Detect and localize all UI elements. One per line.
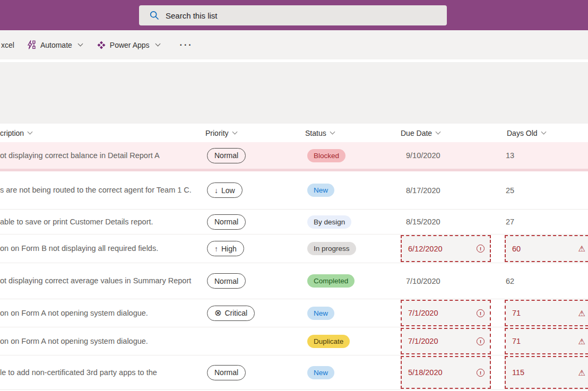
days-value: 71 [512, 309, 521, 317]
days-old-cell: 62 [505, 263, 588, 299]
due-date-cell: 6/12/2020! [400, 234, 505, 263]
days-value: 13 [505, 151, 514, 160]
blocked-circle-icon: ⊗ [214, 309, 221, 317]
command-bar: xcel Automate Power Apps ··· [0, 30, 588, 59]
due-date-cell: 8/17/2020 [400, 171, 505, 209]
days-old-cell: 115⚠ [505, 355, 588, 389]
due-value: 8/17/2020 [400, 186, 440, 195]
table-row[interactable]: on on Form B not displaying all required… [0, 234, 588, 263]
days-old-cell: 25 [505, 171, 588, 209]
column-header-status[interactable]: Status [304, 129, 400, 137]
priority-pill[interactable]: ⊗Critical [207, 306, 255, 321]
priority-pill[interactable]: ↓Low [207, 183, 243, 198]
power-apps-label: Power Apps [110, 41, 150, 49]
list-table: cription Priority Status Due Date Days O… [0, 124, 588, 390]
table-body: ot displaying correct balance in Detail … [0, 142, 588, 390]
description-cell: ot displaying correct average values in … [0, 263, 204, 299]
status-cell: Duplicate [304, 327, 400, 355]
ellipsis-icon: ··· [180, 40, 193, 50]
warning-triangle-icon: ⚠ [578, 369, 585, 377]
priority-pill[interactable]: Normal [207, 148, 246, 163]
priority-pill[interactable]: Normal [207, 273, 246, 289]
description-cell: on on Form A not opening system dialogue… [0, 299, 204, 327]
table-row[interactable]: le to add non-certificated 3rd party app… [0, 355, 588, 390]
priority-cell: ↓Low [204, 171, 304, 209]
due-alert-box: 6/12/2020! [401, 235, 491, 262]
due-value: 5/18/2020 [408, 368, 443, 377]
days-old-cell: 71⚠ [505, 299, 588, 327]
priority-pill[interactable]: ↑High [207, 241, 244, 256]
due-date-cell: 7/1/2020! [400, 299, 505, 327]
export-to-excel-label: xcel [1, 41, 14, 49]
sharepoint-list-view: { "topbar": { "search_placeholder": "Sea… [0, 0, 588, 391]
status-badge[interactable]: Duplicate [307, 335, 350, 348]
search-input[interactable]: Search this list [139, 5, 447, 25]
column-header-due-date[interactable]: Due Date [400, 129, 505, 137]
due-alert-box: 7/1/2020! [401, 300, 491, 326]
table-row[interactable]: on on Form A not opening system dialogue… [0, 327, 588, 355]
chevron-down-icon [77, 41, 83, 47]
chevron-down-icon [28, 129, 33, 135]
column-header-description[interactable]: cription [0, 129, 204, 137]
error-circle-icon: ! [477, 337, 485, 345]
days-value: 60 [512, 245, 521, 253]
status-cell: By design [304, 210, 400, 234]
due-alert-box: 7/1/2020! [401, 328, 491, 354]
days-old-cell: 71⚠ [505, 327, 588, 355]
table-header-row: cription Priority Status Due Date Days O… [0, 124, 588, 142]
chevron-down-icon [232, 129, 237, 135]
arrow-down-icon: ↓ [214, 187, 218, 194]
more-commands-button[interactable]: ··· [180, 40, 193, 50]
due-alert-box: 5/18/2020! [401, 356, 491, 389]
priority-label: Normal [214, 277, 238, 285]
due-date-cell: 9/10/2020 [400, 142, 505, 169]
status-cell: Blocked [304, 142, 400, 169]
export-to-excel-button[interactable]: xcel [1, 41, 14, 49]
description-text: on on Form B not displaying all required… [0, 244, 158, 254]
power-apps-icon [97, 41, 106, 49]
search-placeholder-text: Search this list [166, 11, 218, 20]
arrow-up-icon: ↑ [214, 245, 218, 253]
table-row[interactable]: s are not being routed to the correct ag… [0, 171, 588, 210]
status-badge[interactable]: New [307, 184, 334, 197]
priority-pill[interactable]: Normal [207, 365, 246, 380]
column-header-priority[interactable]: Priority [204, 129, 304, 137]
priority-cell: Normal [204, 142, 304, 169]
due-value: 8/15/2020 [400, 218, 440, 226]
status-badge[interactable]: Completed [307, 274, 354, 288]
automate-menu-button[interactable]: Automate [26, 40, 82, 50]
top-app-bar: Search this list [0, 0, 588, 30]
status-badge[interactable]: New [307, 307, 334, 320]
status-badge[interactable]: By design [307, 215, 351, 229]
content-header-band [0, 62, 588, 124]
table-row[interactable]: ot displaying correct average values in … [0, 263, 588, 299]
status-cell: New [304, 299, 400, 327]
priority-cell [204, 327, 304, 355]
due-date-cell: 7/10/2020 [400, 263, 505, 299]
description-text: on on Form A not opening system dialogue… [0, 308, 148, 318]
priority-pill[interactable]: Normal [207, 214, 246, 230]
chevron-down-icon [541, 129, 546, 135]
status-badge[interactable]: In progress [307, 242, 356, 255]
table-row[interactable]: ot displaying correct balance in Detail … [0, 142, 588, 171]
priority-label: High [221, 245, 237, 253]
column-header-days-old[interactable]: Days Old [505, 129, 588, 137]
status-badge[interactable]: New [307, 366, 334, 379]
description-text: able to save or print Customer Details r… [0, 217, 153, 227]
description-cell: on on Form A not opening system dialogue… [0, 327, 204, 355]
table-row[interactable]: able to save or print Customer Details r… [0, 210, 588, 234]
status-badge[interactable]: Blocked [307, 149, 345, 162]
due-date-cell: 7/1/2020! [400, 327, 505, 355]
description-text: ot displaying correct balance in Detail … [0, 151, 160, 161]
description-text: on on Form A not opening system dialogue… [0, 336, 148, 346]
priority-cell: Normal [204, 210, 304, 234]
due-value: 6/12/2020 [408, 245, 443, 253]
priority-cell: Normal [204, 263, 304, 299]
description-text: s are not being routed to the correct ag… [0, 185, 192, 195]
automate-label: Automate [40, 41, 72, 49]
table-row[interactable]: on on Form A not opening system dialogue… [0, 299, 588, 327]
priority-cell: ↑High [204, 234, 304, 263]
due-value: 9/10/2020 [400, 151, 440, 160]
warning-triangle-icon: ⚠ [578, 337, 585, 345]
power-apps-menu-button[interactable]: Power Apps [97, 41, 160, 49]
